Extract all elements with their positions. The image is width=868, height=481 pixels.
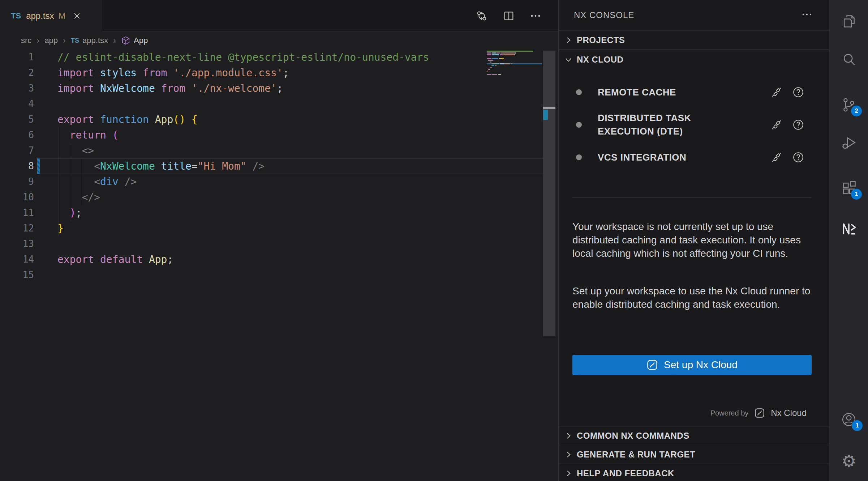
section-projects-label: PROJECTS: [577, 35, 625, 45]
help-question-icon[interactable]: [792, 119, 804, 131]
chevron-right-icon: [564, 431, 573, 440]
line-number: 8: [0, 158, 34, 174]
nx-cloud-brand-label: Nx Cloud: [771, 408, 807, 418]
nx-cloud-description-2: Set up your workspace to use the Nx Clou…: [572, 284, 815, 311]
close-icon[interactable]: [73, 12, 81, 20]
chevron-right-icon: [564, 450, 573, 459]
line-number: 6: [0, 127, 34, 143]
code-area[interactable]: 1// eslint-disable-next-line @typescript…: [0, 50, 543, 480]
code-line[interactable]: 13: [0, 236, 543, 252]
nx-cloud-icon: [646, 359, 658, 371]
section-projects[interactable]: PROJECTS: [559, 30, 829, 49]
code-line[interactable]: 4: [0, 96, 543, 112]
breadcrumb-symbol-app[interactable]: App: [121, 36, 148, 45]
typescript-file-icon: TS: [71, 37, 79, 44]
code-line[interactable]: 14export default App;: [0, 252, 543, 267]
more-actions-icon[interactable]: [801, 8, 813, 22]
section-label: GENERATE & RUN TARGET: [577, 450, 695, 460]
line-number: 5: [0, 112, 34, 127]
minimap-line: [487, 51, 542, 52]
more-actions-icon[interactable]: [529, 10, 542, 22]
code-line[interactable]: 6 return (: [0, 127, 543, 143]
code-line[interactable]: 5export function App() {: [0, 112, 543, 127]
divider: [572, 197, 812, 197]
settings-gear-icon[interactable]: ⚙: [841, 453, 857, 469]
minimap-line: [487, 58, 542, 59]
line-number: 2: [0, 65, 34, 81]
source-control-badge: 2: [851, 106, 862, 116]
section-label: HELP AND FEEDBACK: [577, 468, 674, 478]
typescript-file-icon: TS: [11, 11, 21, 21]
accounts-badge: 1: [852, 420, 863, 431]
line-number: 11: [0, 205, 34, 221]
code-line[interactable]: 15: [0, 267, 543, 283]
nx-console-icon[interactable]: [841, 221, 857, 237]
minimap-line: [487, 72, 542, 73]
gear-glyph: ⚙: [841, 452, 856, 471]
minimap-line: [487, 60, 542, 61]
minimap-line: [487, 67, 542, 68]
setup-nx-cloud-button-label: Set up Nx Cloud: [664, 359, 738, 371]
split-editor-icon[interactable]: [503, 10, 515, 22]
line-number: 10: [0, 190, 34, 205]
tab-app-tsx[interactable]: TS app.tsx M: [0, 0, 102, 31]
extensions-badge: 1: [851, 189, 862, 200]
chevron-right-icon: [564, 469, 573, 478]
status-dot: [576, 154, 582, 160]
section-nx-cloud-label: NX CLOUD: [577, 55, 623, 65]
editor-scrollbar[interactable]: [543, 51, 555, 336]
status-dot: [576, 122, 582, 128]
section-help-and-feedback[interactable]: HELP AND FEEDBACK: [559, 464, 829, 481]
panel-header: NX CONSOLE: [559, 0, 829, 30]
nx-cloud-icon: [754, 408, 765, 418]
connect-plug-icon[interactable]: [770, 151, 783, 163]
breadcrumb-symbol-label: App: [134, 36, 148, 45]
section-nx-cloud[interactable]: NX CLOUD: [559, 49, 829, 69]
tab-bar: TS app.tsx M: [0, 0, 558, 31]
nx-cloud-description-1: Your workspace is not currently set up t…: [572, 220, 815, 260]
nx-cloud-item-vcs[interactable]: VCS INTEGRATION: [559, 148, 829, 167]
code-line[interactable]: 1// eslint-disable-next-line @typescript…: [0, 50, 543, 65]
line-number: 12: [0, 221, 34, 236]
minimap-line: [487, 76, 542, 77]
code-line[interactable]: 10 </>: [0, 190, 543, 205]
connect-plug-icon[interactable]: [770, 119, 783, 131]
section-generate-run-target[interactable]: GENERATE & RUN TARGET: [559, 445, 829, 464]
code-line[interactable]: 3import NxWelcome from './nx-welcome';: [0, 81, 543, 96]
breadcrumb-app[interactable]: app: [44, 36, 58, 45]
code-line[interactable]: 7 <>: [0, 143, 543, 158]
minimap-line: [487, 69, 542, 70]
help-question-icon[interactable]: [792, 151, 804, 163]
section-label: COMMON NX COMMANDS: [577, 431, 689, 441]
connect-plug-icon[interactable]: [770, 86, 783, 98]
run-and-debug-icon[interactable]: [841, 135, 857, 151]
code-line[interactable]: 12}: [0, 221, 543, 236]
breadcrumb: src › app › TS app.tsx › App: [0, 31, 542, 50]
minimap[interactable]: [487, 51, 542, 78]
item-label: REMOTE CACHE: [598, 86, 717, 99]
breadcrumb-file[interactable]: TS app.tsx: [71, 36, 108, 45]
overview-cursor-marker: [543, 107, 555, 109]
explorer-icon[interactable]: [841, 13, 857, 29]
help-question-icon[interactable]: [792, 86, 804, 98]
search-icon[interactable]: [841, 52, 857, 68]
code-line[interactable]: 11 );: [0, 205, 543, 221]
minimap-line: [487, 54, 542, 55]
overview-modified-marker: [543, 110, 548, 120]
line-number: 4: [0, 96, 34, 112]
minimap-line: [487, 65, 542, 66]
item-label: VCS INTEGRATION: [598, 151, 717, 164]
breadcrumb-src[interactable]: src: [21, 36, 31, 45]
open-changes-icon[interactable]: [475, 9, 488, 22]
code-line[interactable]: 9 <div />: [0, 174, 543, 190]
nx-cloud-item-remote-cache[interactable]: REMOTE CACHE: [559, 82, 829, 102]
nx-cloud-item-dte[interactable]: DISTRIBUTED TASK EXECUTION (DTE): [559, 108, 829, 142]
section-common-nx-commands[interactable]: COMMON NX COMMANDS: [559, 426, 829, 445]
setup-nx-cloud-button[interactable]: Set up Nx Cloud: [572, 355, 812, 375]
item-label: DISTRIBUTED TASK EXECUTION (DTE): [598, 111, 717, 138]
code-line[interactable]: 8 <NxWelcome title="Hi Mom" />: [0, 158, 543, 174]
minimap-line: [487, 71, 542, 72]
tab-filename: app.tsx: [26, 11, 54, 21]
chevron-right-icon: ›: [63, 35, 66, 46]
code-line[interactable]: 2import styles from './app.module.css';: [0, 65, 543, 81]
